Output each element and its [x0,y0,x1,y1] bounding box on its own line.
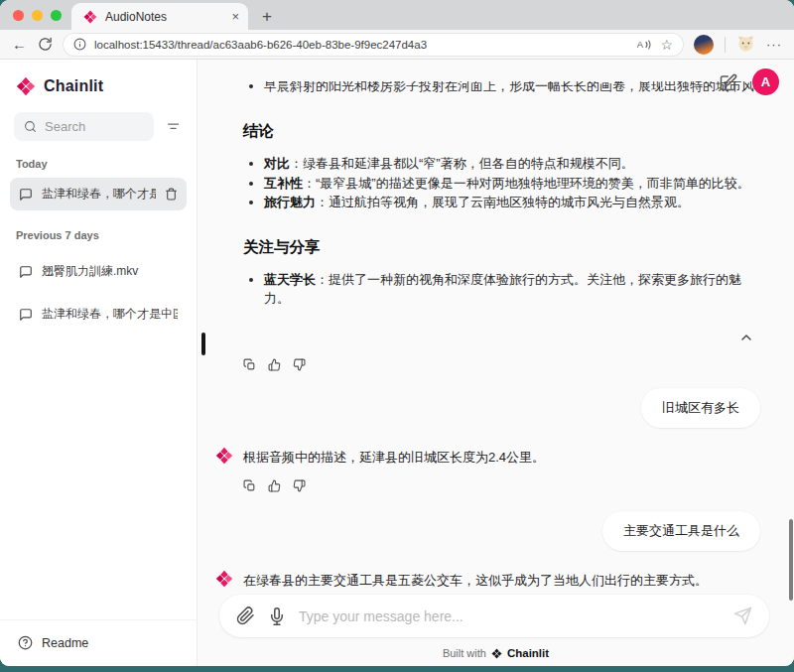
section-label-previous: Previous 7 days [0,212,197,247]
user-message: 旧城区有多长 [641,388,760,428]
browser-profile-avatar[interactable] [694,35,714,55]
chat-bubble-icon [19,265,33,279]
back-icon[interactable]: ← [12,37,27,52]
readme-button[interactable]: Readme [0,619,197,666]
brand-row: Chainlit [0,60,197,104]
tab-title: AudioNotes [105,10,223,24]
share-list: 蓝天学长：提供了一种新的视角和深度体验旅行的方式。关注他，探索更多旅行的魅力。 [243,270,760,309]
section-label-today: Today [0,141,197,176]
chat-main: A 早晨斜射的阳光和楼房影子投射在河面上，形成一幅长长的画卷，展现出独特的城市风… [198,60,794,666]
browser-tab-audionotes[interactable]: AudioNotes × [71,3,248,30]
brand-name: Chainlit [44,77,103,95]
browser-tabstrip: AudioNotes × + [0,0,794,30]
scrollbar-thumb[interactable] [789,519,793,601]
close-window-button[interactable] [13,10,24,21]
chainlit-logo-icon [16,76,36,96]
search-icon [24,120,37,133]
collapse-message-icon[interactable] [738,330,754,345]
bullet-item: 蓝天学长：提供了一种新的视角和深度体验旅行的方式。关注他，探索更多旅行的魅力。 [264,270,760,309]
conclusion-list: 对比：绿春县和延津县都以“窄”著称，但各自的特点和规模不同。 互补性：“最窄县城… [243,154,760,212]
thumbs-up-icon[interactable] [268,479,281,492]
assistant-message-row: 根据音频中的描述，延津县的旧城区长度为2.4公里。 [215,446,760,467]
chat-bubble-icon [19,308,33,322]
user-avatar[interactable]: A [752,68,779,95]
browser-toolbar: ← localhost:15433/thread/ac63aab6-b626-4… [0,30,794,60]
bullet-item: 对比：绿春县和延津县都以“窄”著称，但各自的特点和规模不同。 [264,154,760,174]
user-message: 主要交通工具是什么 [602,511,760,551]
zoom-window-button[interactable] [51,10,62,21]
message-actions [243,358,760,371]
readme-label: Readme [42,636,88,650]
send-icon[interactable] [733,606,752,625]
chainlit-footer-logo-icon [491,648,502,659]
extension-icon[interactable] [736,35,755,54]
thumbs-down-icon[interactable] [293,479,306,492]
footer-brand: Chainlit [507,647,549,659]
built-with-chainlit[interactable]: Built with Chainlit [198,647,794,659]
new-tab-button[interactable]: + [262,8,272,25]
message-input[interactable] [299,608,721,624]
bullet-item: 早晨斜射的阳光和楼房影子投射在河面上，形成一幅长长的画卷，展现出独特的城市风光。 [264,81,760,96]
message-actions [243,479,760,492]
message-composer[interactable] [219,595,769,637]
minimize-window-button[interactable] [32,10,43,21]
assistant-message: 根据音频中的描述，延津县的旧城区长度为2.4公里。 [243,446,545,467]
site-info-icon[interactable] [73,38,86,51]
favorite-star-icon[interactable]: ☆ [660,38,673,52]
thumbs-down-icon[interactable] [293,358,306,371]
assistant-avatar-icon [215,447,233,465]
read-aloud-icon[interactable]: A [636,38,652,52]
thumbs-up-icon[interactable] [268,358,281,371]
chainlit-favicon-icon [83,10,97,24]
built-with-label: Built with [443,647,486,659]
scrolled-message-fragment: 早晨斜射的阳光和楼房影子投射在河面上，形成一幅长长的画卷，展现出独特的城市风光。 [243,81,760,96]
window-controls [13,10,62,21]
thread-item[interactable]: 翘臀肌力訓練.mkv [10,255,187,288]
reload-icon[interactable] [38,37,53,52]
assistant-avatar-icon [215,570,233,588]
thread-item[interactable]: 盐津和绿春，哪个才是中国... [10,298,187,331]
search-placeholder: Search [45,119,85,134]
trash-icon[interactable] [165,188,178,201]
conclusion-heading: 结论 [243,121,760,142]
sidebar: Chainlit Search Today 盐津和绿春，哪个才是中.. [0,60,198,666]
tab-close-icon[interactable]: × [231,10,239,23]
thread-title: 盐津和绿春，哪个才是中... [42,186,156,202]
assistant-message: 在绿春县的主要交通工具是五菱公交车，这似乎成为了当地人们出行的主要方式。 [243,569,708,590]
url-text[interactable]: localhost:15433/thread/ac63aab6-b626-40e… [94,39,628,51]
attachment-icon[interactable] [236,606,255,625]
filter-icon[interactable] [166,119,181,134]
thread-title: 翘臀肌力訓練.mkv [42,263,178,280]
svg-text:A: A [637,40,644,50]
chat-bubble-icon [19,188,33,202]
bullet-item: 旅行魅力：通过航拍等视角，展现了云南地区独特的城市风光与自然景观。 [264,193,760,212]
copy-icon[interactable] [243,358,256,371]
microphone-icon[interactable] [268,607,286,625]
share-heading: 关注与分享 [243,237,760,258]
bullet-item: 互补性：“最窄县城”的描述更像是一种对两地独特地理环境的赞美，而非简单的比较。 [264,174,760,194]
thread-item[interactable]: 盐津和绿春，哪个才是中... [10,178,187,210]
assistant-message-row: 在绿春县的主要交通工具是五菱公交车，这似乎成为了当地人们出行的主要方式。 [215,569,760,590]
address-bar[interactable]: localhost:15433/thread/ac63aab6-b626-40e… [64,34,683,56]
help-circle-icon [18,635,33,650]
search-input[interactable]: Search [14,112,154,141]
copy-icon[interactable] [243,479,256,492]
new-chat-icon[interactable] [720,73,737,91]
toolbar-divider [725,37,726,53]
scrollbar-thumb[interactable] [201,333,205,355]
browser-window: AudioNotes × + ← localhost:15433/thread/… [0,0,794,666]
thread-title: 盐津和绿春，哪个才是中国... [42,306,178,323]
browser-menu-icon[interactable]: ··· [766,37,782,52]
